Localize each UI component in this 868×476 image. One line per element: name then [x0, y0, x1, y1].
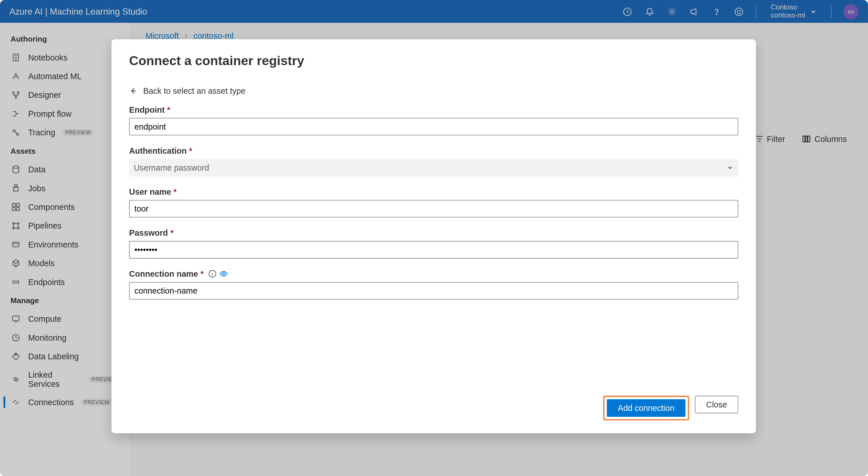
- endpoint-input[interactable]: [129, 118, 738, 135]
- connections-icon: [11, 397, 21, 407]
- gear-icon[interactable]: [667, 6, 677, 16]
- sidebar-item-label: Tracing: [28, 128, 55, 137]
- arrow-left-icon: [129, 87, 137, 95]
- sidebar-item-label: Data: [28, 165, 45, 174]
- sidebar-item-label: Linked Services: [28, 370, 82, 388]
- sidebar-item-label: Models: [28, 259, 55, 268]
- environments-icon: [11, 239, 21, 250]
- svg-rect-21: [12, 242, 19, 247]
- svg-point-22: [14, 281, 17, 283]
- endpoints-icon: [11, 277, 21, 287]
- components-icon: [11, 202, 21, 212]
- megaphone-icon[interactable]: [689, 6, 700, 16]
- sidebar-item-label: Monitoring: [28, 333, 67, 342]
- svg-point-11: [17, 133, 19, 135]
- sidebar-item-label: Connections: [28, 398, 74, 407]
- notebook-icon: [11, 52, 21, 63]
- svg-rect-28: [808, 136, 810, 142]
- svg-point-2: [716, 14, 717, 14]
- password-label: Password*: [129, 228, 738, 237]
- svg-point-19: [12, 227, 14, 229]
- chevron-down-icon: [810, 8, 817, 15]
- toolbar-right: Filter Columns: [755, 134, 847, 144]
- svg-point-1: [671, 10, 673, 12]
- smile-icon[interactable]: [734, 6, 744, 16]
- workspace-picker[interactable]: Contoso contoso-ml: [768, 4, 819, 19]
- info-icon: [208, 270, 217, 278]
- sidebar-item-label: Jobs: [28, 183, 45, 193]
- monitoring-icon: [11, 332, 21, 343]
- svg-rect-23: [12, 316, 19, 320]
- modal-connect-container-registry: Connect a container registry Back to sel…: [112, 39, 756, 433]
- svg-point-10: [13, 130, 15, 132]
- svg-rect-26: [803, 136, 805, 142]
- sidebar-item-label: Designer: [28, 90, 61, 100]
- svg-point-5: [740, 10, 741, 11]
- header-icon-group: Contoso contoso-ml oo: [622, 4, 859, 19]
- jobs-icon: [11, 183, 21, 194]
- sidebar-item-label: Prompt flow: [28, 109, 71, 118]
- app-title: Azure AI | Machine Learning Studio: [9, 6, 147, 16]
- tracing-icon: [11, 127, 21, 138]
- data-icon: [11, 164, 21, 175]
- columns-icon: [801, 134, 811, 144]
- modal-title: Connect a container registry: [129, 53, 738, 69]
- authentication-label: Authentication*: [129, 146, 738, 156]
- compute-icon: [11, 314, 21, 324]
- clock-icon[interactable]: [622, 6, 633, 16]
- sidebar-item-label: Data Labeling: [28, 352, 79, 361]
- sidebar-item-label: Compute: [28, 314, 61, 324]
- pipelines-icon: [11, 220, 21, 231]
- sidebar-item-label: Pipelines: [28, 221, 61, 231]
- connection-name-input[interactable]: [129, 282, 738, 299]
- preview-badge: PREVIEW: [81, 399, 113, 406]
- svg-point-9: [15, 96, 17, 98]
- svg-rect-27: [805, 136, 807, 142]
- filter-button[interactable]: Filter: [755, 134, 785, 144]
- models-icon: [11, 258, 21, 269]
- add-connection-button[interactable]: Add connection: [607, 399, 685, 417]
- datalabeling-icon: [11, 351, 21, 362]
- svg-rect-16: [17, 208, 19, 210]
- back-link[interactable]: Back to select an asset type: [129, 86, 738, 96]
- svg-point-17: [12, 223, 14, 224]
- svg-point-12: [13, 166, 19, 168]
- svg-point-30: [222, 273, 224, 275]
- username-input[interactable]: [129, 200, 738, 217]
- modal-footer: Add connection Close: [129, 396, 738, 420]
- app-root: Azure AI | Machine Learning Studio Conto…: [0, 0, 868, 476]
- svg-rect-13: [12, 203, 15, 206]
- chevron-down-icon: [726, 164, 734, 171]
- designer-icon: [11, 90, 21, 100]
- eye-icon[interactable]: [219, 269, 228, 278]
- sidebar-item-label: Automated ML: [28, 71, 82, 81]
- close-button[interactable]: Close: [695, 396, 738, 413]
- preview-badge: PREVIEW: [62, 129, 94, 136]
- help-icon[interactable]: [712, 6, 722, 16]
- sidebar-item-label: Environments: [28, 240, 79, 249]
- linked-icon: [11, 374, 21, 384]
- sidebar-item-label: Endpoints: [28, 277, 65, 287]
- filter-icon: [755, 135, 764, 143]
- bell-icon[interactable]: [645, 6, 655, 16]
- username-label: User name*: [129, 187, 738, 196]
- avatar[interactable]: oo: [843, 4, 859, 19]
- promptflow-icon: [11, 108, 21, 119]
- svg-point-8: [17, 92, 19, 94]
- endpoint-label: Endpoint*: [129, 105, 738, 114]
- header-bar: Azure AI | Machine Learning Studio Conto…: [0, 0, 868, 23]
- svg-point-7: [12, 92, 14, 94]
- sidebar-item-label: Components: [28, 202, 74, 212]
- svg-point-4: [737, 10, 738, 11]
- svg-rect-14: [17, 203, 19, 206]
- svg-point-25: [15, 354, 17, 355]
- password-input[interactable]: [129, 241, 738, 258]
- workspace-name: contoso-ml: [771, 11, 805, 19]
- connection-name-label: Connection name*: [129, 269, 738, 278]
- sidebar-item-label: Notebooks: [28, 53, 67, 62]
- svg-point-20: [17, 227, 19, 229]
- highlight-annotation: Add connection: [603, 396, 689, 420]
- authentication-select[interactable]: Username password: [129, 159, 738, 176]
- automl-icon: [11, 71, 21, 81]
- columns-button[interactable]: Columns: [801, 134, 847, 144]
